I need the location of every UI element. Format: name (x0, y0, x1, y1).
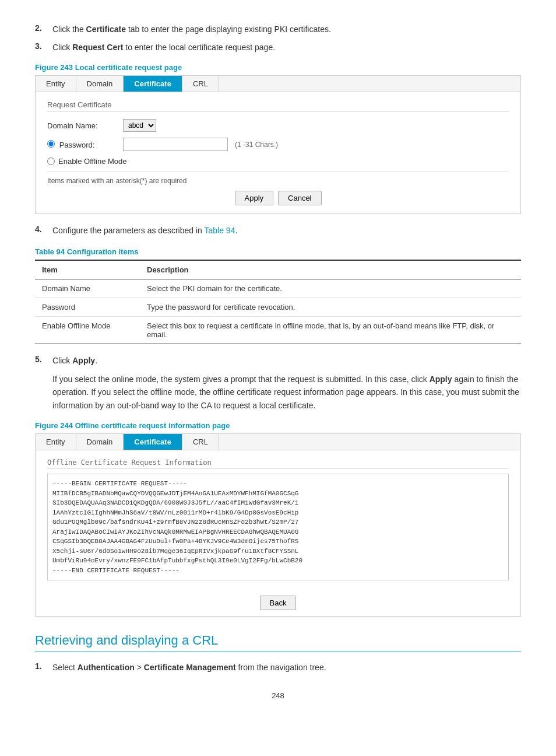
password-input[interactable] (123, 138, 228, 151)
bottom-step-1-number: 1. (35, 662, 52, 674)
figure-243-title: Figure 243 Local certificate request pag… (35, 63, 521, 72)
table-link[interactable]: Table 94 (204, 226, 235, 235)
figure-243-tabs: Entity Domain Certificate CRL (36, 76, 520, 92)
step-2: 2. Click the Certificate tab to enter th… (35, 23, 521, 36)
tab-domain-244[interactable]: Domain (76, 434, 124, 450)
password-radio[interactable] (47, 140, 55, 148)
table-row: Password Type the password for certifica… (35, 298, 521, 317)
item-offline: Enable Offline Mode (35, 317, 140, 344)
tab-crl-244[interactable]: CRL (182, 434, 219, 450)
tab-certificate-244[interactable]: Certificate (124, 434, 182, 450)
config-table: Item Description Domain Name Select the … (35, 260, 521, 344)
figure-244-box: Entity Domain Certificate CRL Offline Ce… (35, 433, 521, 617)
section-heading: Retrieving and displaying a CRL (35, 633, 521, 652)
figure-244-tabs: Entity Domain Certificate CRL (36, 434, 520, 450)
step-5: 5. Click Apply. If you select the online… (35, 355, 521, 412)
step-5-line: 5. Click Apply. (35, 355, 521, 367)
desc-offline: Select this box to request a certificate… (140, 317, 521, 344)
tab-domain[interactable]: Domain (76, 76, 124, 92)
required-note: Items marked with an asterisk(*) are req… (47, 172, 509, 185)
tab-crl[interactable]: CRL (182, 76, 219, 92)
domain-name-value: abcd (123, 119, 156, 132)
offline-cert-area: Offline Certificate Request Information … (36, 450, 520, 589)
request-cert-form: Request Certificate Domain Name: abcd Pa… (36, 92, 520, 214)
offline-mode-radio[interactable] (47, 158, 55, 165)
tab-entity-244[interactable]: Entity (36, 434, 76, 450)
password-value: (1 -31 Chars.) (123, 138, 278, 151)
step-3-text: Click Request Cert to enter the local ce… (52, 41, 275, 54)
step-5-text: Click Apply. (52, 355, 97, 367)
domain-name-label: Domain Name: (47, 121, 123, 130)
offline-mode-row: Enable Offline Mode (47, 157, 509, 166)
bottom-step-1-text: Select Authentication > Certificate Mana… (52, 662, 326, 674)
desc-password: Type the password for certificate revoca… (140, 298, 521, 317)
page-number: 248 (35, 691, 521, 700)
cancel-button[interactable]: Cancel (278, 191, 321, 205)
back-btn-row: Back (36, 596, 520, 616)
item-password: Password (35, 298, 140, 317)
step-3-number: 3. (35, 41, 52, 51)
step-5-para: If you select the online mode, the syste… (52, 373, 521, 412)
table-row: Domain Name Select the PKI domain for th… (35, 279, 521, 298)
request-cert-section-title: Request Certificate (47, 100, 509, 112)
step-3: 3. Click Request Cert to enter the local… (35, 41, 521, 54)
step-4-text: Configure the parameters as described in… (52, 225, 237, 237)
step-2-text: Click the Certificate tab to enter the p… (52, 23, 331, 36)
cert-request-block: -----BEGIN CERTIFICATE REQUEST----- MIIB… (47, 474, 509, 580)
figure-243-box: Entity Domain Certificate CRL Request Ce… (35, 75, 521, 214)
offline-mode-label: Enable Offline Mode (58, 157, 127, 166)
bottom-step-1: 1. Select Authentication > Certificate M… (35, 662, 521, 674)
form-buttons: Apply Cancel (47, 191, 509, 205)
item-domain-name: Domain Name (35, 279, 140, 298)
desc-domain-name: Select the PKI domain for the certificat… (140, 279, 521, 298)
domain-name-select[interactable]: abcd (123, 119, 156, 132)
col-header-desc: Description (140, 260, 521, 279)
apply-button[interactable]: Apply (235, 191, 274, 205)
back-button[interactable]: Back (260, 596, 297, 610)
table-row: Enable Offline Mode Select this box to r… (35, 317, 521, 344)
step-2-number: 2. (35, 23, 52, 33)
table-94-title: Table 94 Configuration items (35, 247, 521, 256)
step-4: 4. Configure the parameters as described… (35, 225, 521, 237)
offline-cert-section-title: Offline Certificate Request Information (47, 459, 509, 469)
step-4-number: 4. (35, 225, 52, 234)
col-header-item: Item (35, 260, 140, 279)
domain-name-row: Domain Name: abcd (47, 119, 509, 132)
password-label: Password: (47, 140, 123, 149)
step-5-number: 5. (35, 355, 52, 364)
password-hint: (1 -31 Chars.) (235, 141, 278, 149)
tab-certificate[interactable]: Certificate (124, 76, 182, 92)
figure-244-title: Figure 244 Offline certificate request i… (35, 421, 521, 430)
password-row: Password: (1 -31 Chars.) (47, 138, 509, 151)
tab-entity[interactable]: Entity (36, 76, 76, 92)
